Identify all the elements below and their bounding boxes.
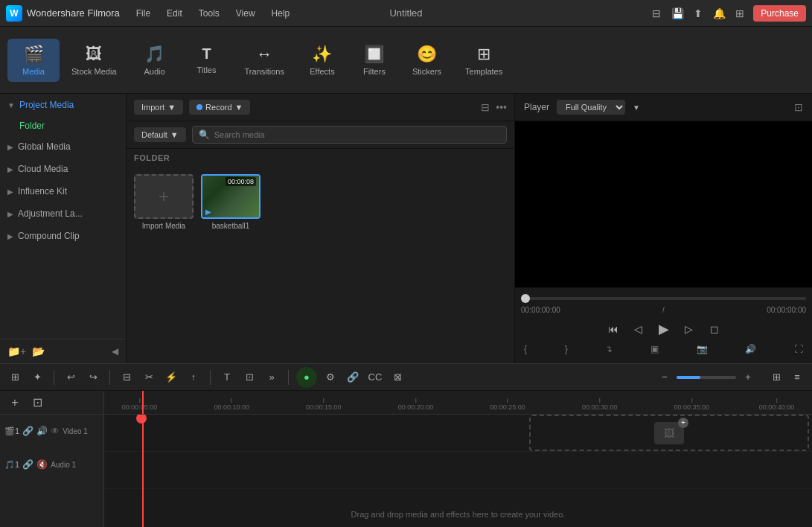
zoom-slider[interactable] (677, 376, 736, 379)
sidebar-bottom: 📁+ 📂 ◀ (0, 339, 126, 363)
grid-view-btn[interactable]: ⊞ (767, 368, 785, 386)
snapshot-icon[interactable]: 📷 (694, 342, 711, 356)
magnet-btn[interactable]: ● (296, 367, 317, 388)
split-btn[interactable]: ↑ (185, 368, 202, 386)
menu-file[interactable]: File (135, 5, 152, 22)
media-toolbar-right: ⊟ ••• (481, 101, 507, 113)
bg-remove-btn[interactable]: ⊠ (389, 368, 406, 386)
sidebar-item-global-media[interactable]: ▶ Global Media (0, 135, 126, 158)
save-icon[interactable]: 💾 (670, 6, 685, 21)
toolbar-item-effects[interactable]: ✨ Effects (296, 39, 348, 82)
divider-slash: / (662, 306, 665, 314)
skip-backward-icon[interactable]: ⏮ (604, 320, 622, 338)
menu-view[interactable]: View (234, 5, 257, 22)
frame-back-icon[interactable]: ◁ (630, 320, 648, 338)
playhead[interactable] (142, 391, 144, 415)
basketball1-item[interactable]: 00:00:08 ▶ basketball1 (201, 174, 260, 230)
caption-btn[interactable]: CC (366, 368, 384, 386)
toolbar-item-titles[interactable]: T Titles (181, 39, 233, 80)
notification-icon[interactable]: 🔔 (712, 6, 726, 21)
playhead-handle[interactable] (136, 415, 147, 424)
zoom-out-btn[interactable]: − (656, 368, 674, 386)
grid-icon[interactable]: ⊞ (732, 6, 747, 21)
more-tools-btn[interactable]: » (263, 368, 281, 386)
toolbar-item-filters[interactable]: 🔲 Filters (348, 39, 400, 82)
audio-detach-btn[interactable]: 🔗 (344, 368, 362, 386)
total-time: 00:00:00:00 (767, 306, 806, 314)
sidebar-item-compound-clip[interactable]: ▶ Compound Clip (0, 225, 126, 247)
insert-text-btn[interactable]: T (218, 368, 236, 386)
sidebar-item-project-media[interactable]: ▼ Project Media (0, 94, 126, 116)
import-button[interactable]: Import ▼ (134, 100, 183, 115)
audio-mute-icon[interactable]: 🔇 (36, 459, 48, 470)
add-track-icon[interactable]: + (6, 394, 24, 412)
crop-btn[interactable]: ⚡ (162, 368, 180, 386)
ripple-tool-btn[interactable]: ✦ (28, 368, 46, 386)
search-icon: 🔍 (199, 130, 210, 140)
menu-tools[interactable]: Tools (197, 5, 221, 22)
frame-forward-icon[interactable]: ▷ (680, 320, 698, 338)
progress-bar[interactable] (521, 297, 806, 300)
search-box[interactable]: 🔍 (192, 126, 507, 144)
redo-btn[interactable]: ↪ (84, 368, 102, 386)
new-folder-icon[interactable]: 📂 (32, 345, 45, 357)
delete-btn[interactable]: ⊟ (118, 368, 135, 386)
cut-btn[interactable]: ✂ (140, 368, 158, 386)
quality-select[interactable]: Full Quality 1/2 Quality 1/4 Quality (557, 100, 625, 115)
view-buttons: ⊞ ≡ (767, 368, 806, 386)
undo-btn[interactable]: ↩ (62, 368, 80, 386)
toolbar-item-templates[interactable]: ⊞ Templates (453, 39, 514, 82)
toolbar-item-stickers[interactable]: 😊 Stickers (400, 39, 453, 82)
purchase-button[interactable]: Purchase (753, 5, 806, 22)
track-mute-icon[interactable]: 🔊 (36, 426, 48, 436)
sidebar-folder[interactable]: Folder (0, 116, 126, 135)
record-button[interactable]: Record ▼ (189, 100, 250, 115)
more-options-icon[interactable]: ••• (496, 101, 507, 113)
track-link-icon[interactable]: 🔗 (22, 426, 33, 436)
add-folder-icon[interactable]: 📁+ (7, 345, 26, 357)
transitions-icon: ↔ (256, 45, 272, 64)
toolbar-item-audio[interactable]: 🎵 Audio (129, 39, 181, 82)
insert-icon[interactable]: ↴ (602, 342, 616, 356)
zoom-in-btn[interactable]: + (739, 368, 757, 386)
toolbar-item-transitions[interactable]: ↔ Transitions (233, 39, 296, 82)
toolbar-item-stock-media[interactable]: 🖼 Stock Media (60, 39, 129, 82)
titles-icon: T (202, 45, 211, 63)
fullscreen-icon[interactable]: ⛶ (791, 342, 806, 356)
upload-icon[interactable]: ⬆ (691, 6, 706, 21)
search-input[interactable] (214, 130, 500, 139)
mark-in-icon[interactable]: { (521, 342, 530, 356)
volume-icon[interactable]: 🔊 (742, 342, 759, 356)
track-eye-icon[interactable]: 👁 (51, 426, 60, 436)
sidebar-item-influence-kit[interactable]: ▶ Influence Kit (0, 180, 126, 202)
default-button[interactable]: Default ▼ (134, 127, 186, 142)
toolbar-item-media[interactable]: 🎬 Media (7, 39, 60, 82)
select-tool-btn[interactable]: ⊞ (6, 368, 24, 386)
stop-icon[interactable]: ◻ (706, 320, 723, 338)
mark-label-0: 00:00:05:00 (122, 403, 158, 411)
sidebar-item-adjustment-layers[interactable]: ▶ Adjustment La... (0, 202, 126, 225)
mark-out-icon[interactable]: } (562, 342, 571, 356)
progress-thumb[interactable] (521, 294, 530, 303)
preview-expand-icon[interactable]: ⊡ (794, 101, 803, 113)
crop2-btn[interactable]: ⊡ (240, 368, 258, 386)
sidebar-collapse-icon[interactable]: ◀ (112, 346, 118, 357)
list-view-btn[interactable]: ≡ (788, 368, 806, 386)
menu-edit[interactable]: Edit (165, 5, 184, 22)
plus-icon: + (159, 186, 169, 207)
timeline-content: + ⊡ 🎬1 🔗 🔊 👁 Video 1 🎵1 🔗 🔇 Audio 1 (0, 391, 812, 527)
minimize-icon[interactable]: ⊟ (649, 6, 664, 21)
menu-help[interactable]: Help (270, 5, 292, 22)
track-options-icon[interactable]: ⊡ (28, 394, 46, 412)
video-drop-zone[interactable]: 🖼 + (529, 415, 809, 451)
filter-icon[interactable]: ⊟ (481, 101, 490, 113)
sidebar-item-cloud-media[interactable]: ▶ Cloud Media (0, 158, 126, 180)
audio-link-icon[interactable]: 🔗 (22, 459, 33, 470)
playback-controls: ⏮ ◁ ▶ ▷ ◻ (521, 317, 806, 341)
playhead-track-line (142, 415, 144, 527)
settings-btn[interactable]: ⚙ (322, 368, 339, 386)
split-screen-icon[interactable]: ▣ (648, 342, 662, 356)
play-button[interactable]: ▶ (655, 320, 673, 338)
main-layout: ▼ Project Media Folder ▶ Global Media ▶ … (0, 94, 812, 363)
import-media-item[interactable]: + Import Media (134, 174, 194, 230)
